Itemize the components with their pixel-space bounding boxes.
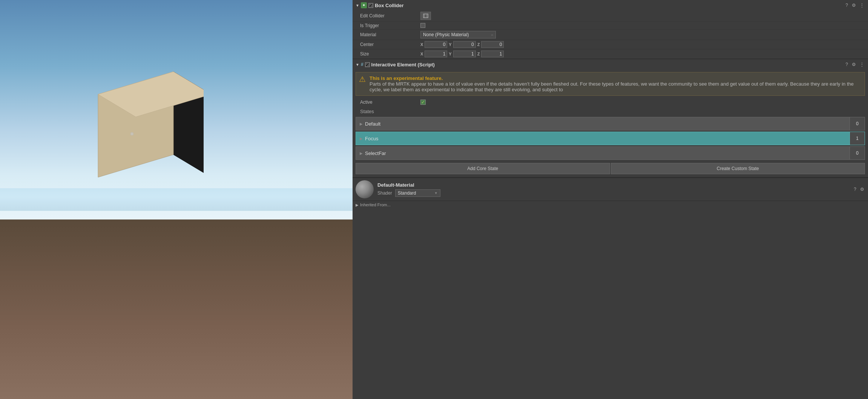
experimental-warning-box: ⚠ This is an experimental feature. Parts… [356, 72, 865, 96]
next-section-label: Inherited From... [360, 203, 391, 207]
box-collider-menu-icon[interactable]: ⋮ [859, 2, 865, 9]
interactive-element-help-icon[interactable]: ? [845, 61, 849, 68]
box-collider-header: ▼ ✦ ✓ Box Collider ? ⚙ ⋮ [353, 0, 868, 11]
state-content-selectfar[interactable]: ▶ SelectFar [356, 146, 850, 160]
material-label: Material [360, 32, 420, 37]
action-buttons-row: Add Core State Create Custom State [356, 163, 865, 174]
center-label: Center [360, 42, 420, 47]
interactive-element-collapse-arrow[interactable]: ▼ [356, 63, 359, 67]
size-row: Size X Y Z [353, 49, 868, 59]
material-row: Material None (Physic Material) ○ [353, 30, 868, 40]
warning-title: This is an experimental feature. [370, 75, 862, 81]
box-collider-right-icons: ? ⚙ ⋮ [845, 2, 865, 9]
state-default-name: Default [365, 121, 380, 127]
create-custom-state-button[interactable]: Create Custom State [611, 163, 865, 174]
active-row: Active ✓ [353, 98, 868, 106]
material-right-icons: ? ⚙ [853, 186, 865, 193]
box-collider-title: Box Collider [375, 3, 843, 8]
material-dropdown[interactable]: None (Physic Material) ○ [420, 31, 496, 38]
edit-collider-row: Edit Collider [353, 11, 868, 21]
interactive-element-title: Interactive Element (Script) [371, 62, 843, 68]
active-checkbox[interactable]: ✓ [420, 100, 426, 105]
state-selectfar-number: 0 [850, 146, 865, 160]
is-trigger-checkbox[interactable] [420, 23, 425, 28]
active-label: Active [360, 100, 420, 105]
box-collider-help-icon[interactable]: ? [845, 2, 849, 9]
size-y-label: Y [449, 52, 451, 56]
shader-dropdown-text: Standard [398, 190, 416, 196]
edit-collider-btn-icon [423, 13, 429, 18]
warning-triangle-icon: ⚠ [359, 75, 366, 92]
material-dropdown-circle: ○ [491, 33, 493, 37]
state-content-default[interactable]: ▶ Default [356, 117, 850, 130]
interactive-element-right-icons: ? ⚙ ⋮ [845, 61, 865, 68]
edit-collider-button[interactable] [420, 12, 431, 20]
interactive-element-menu-icon[interactable]: ⋮ [859, 61, 865, 68]
material-preview-ball [356, 180, 374, 198]
warning-content: This is an experimental feature. Parts o… [370, 75, 862, 92]
size-value: X Y Z [420, 51, 865, 57]
interactive-element-enabled-checkbox[interactable]: ✓ [365, 62, 370, 67]
state-selectfar-arrow: ▶ [360, 151, 363, 155]
next-section-arrow[interactable]: ▶ [356, 203, 359, 207]
state-row-selectfar: ▶ SelectFar 0 [356, 146, 865, 160]
size-z-label: Z [477, 52, 480, 56]
svg-point-3 [130, 132, 133, 135]
shader-row: Shader Standard ▼ [377, 189, 849, 197]
state-row-focus: ▶ Focus 1 [356, 132, 865, 145]
material-settings-icon[interactable]: ⚙ [859, 186, 865, 193]
center-z-label: Z [477, 42, 480, 47]
material-section: Default-Material Shader Standard ▼ ? ⚙ [353, 178, 868, 201]
center-value: X Y Z [420, 41, 865, 48]
states-label: States [353, 106, 868, 116]
edit-collider-label: Edit Collider [360, 13, 420, 18]
edit-collider-value [420, 12, 865, 20]
material-info: Default-Material Shader Standard ▼ [377, 182, 849, 197]
box-collider-settings-icon[interactable]: ⚙ [851, 2, 857, 9]
state-content-focus[interactable]: ▶ Focus [356, 132, 850, 145]
center-x-label: X [420, 42, 423, 47]
state-focus-arrow: ▶ [360, 137, 363, 141]
3d-cube [68, 49, 204, 207]
box-collider-collapse-arrow[interactable]: ▼ [356, 3, 359, 8]
interactive-element-settings-icon[interactable]: ⚙ [851, 61, 857, 68]
state-focus-name: Focus [365, 136, 378, 141]
box-collider-enabled-checkbox[interactable]: ✓ [368, 3, 373, 8]
size-z-input[interactable] [481, 51, 504, 57]
center-y-input[interactable] [453, 41, 476, 48]
state-focus-number: 1 [850, 132, 865, 145]
size-y-input[interactable] [453, 51, 476, 57]
next-section-collapse: ▶ Inherited From... [353, 201, 868, 209]
state-row-default: ▶ Default 0 [356, 117, 865, 130]
box-collider-section: ▼ ✦ ✓ Box Collider ? ⚙ ⋮ Edit Collider [353, 0, 868, 59]
shader-dropdown-arrow: ▼ [434, 191, 438, 195]
inspector-panel: ▼ ✦ ✓ Box Collider ? ⚙ ⋮ Edit Collider [353, 0, 868, 399]
add-core-state-button[interactable]: Add Core State [356, 163, 610, 174]
shader-dropdown[interactable]: Standard ▼ [395, 189, 440, 197]
state-default-number: 0 [850, 117, 865, 130]
is-trigger-row: Is Trigger [353, 21, 868, 30]
ground-background [0, 219, 353, 399]
center-x-input[interactable] [425, 41, 447, 48]
box-collider-icon: ✦ [361, 2, 367, 8]
warning-body: Parts of the MRTK appear to have a lot o… [370, 81, 862, 92]
size-x-label: X [420, 52, 423, 56]
state-selectfar-name: SelectFar [365, 150, 386, 156]
interactive-element-header: ▼ # ✓ Interactive Element (Script) ? ⚙ ⋮ [353, 59, 868, 70]
interactive-element-section: ▼ # ✓ Interactive Element (Script) ? ⚙ ⋮… [353, 59, 868, 178]
center-z-input[interactable] [481, 41, 504, 48]
material-name: Default-Material [377, 182, 849, 188]
state-default-arrow: ▶ [360, 122, 363, 126]
is-trigger-label: Is Trigger [360, 23, 420, 28]
size-label: Size [360, 51, 420, 57]
material-help-icon[interactable]: ? [853, 186, 857, 193]
scene-viewport[interactable] [0, 0, 353, 399]
material-dropdown-text: None (Physic Material) [423, 32, 469, 37]
center-y-label: Y [449, 42, 451, 47]
size-x-input[interactable] [425, 51, 447, 57]
hash-icon: # [361, 62, 363, 67]
svg-rect-4 [423, 14, 428, 18]
material-value: None (Physic Material) ○ [420, 31, 865, 38]
center-row: Center X Y Z [353, 40, 868, 49]
is-trigger-value [420, 23, 865, 28]
